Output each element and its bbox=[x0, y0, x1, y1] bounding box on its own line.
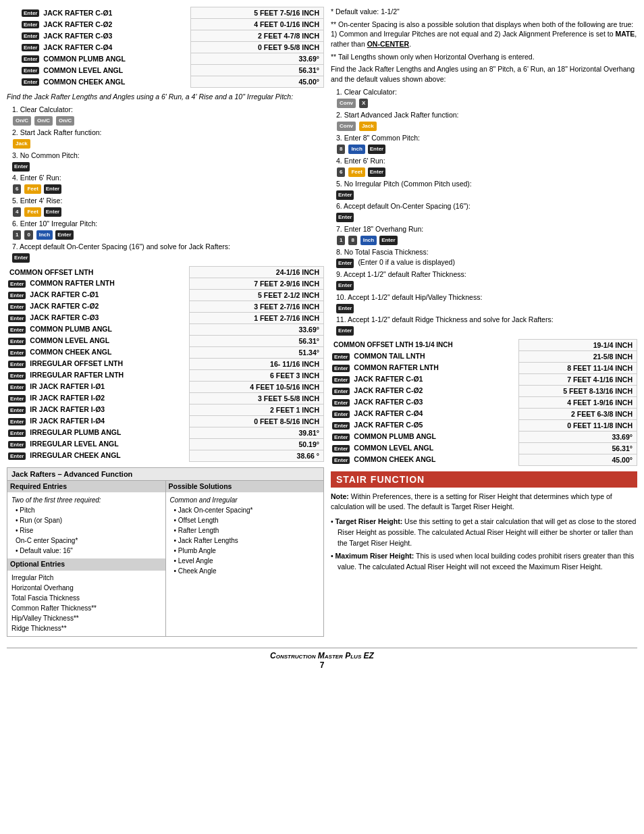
step-item: 11. Accept 1-1/2" default Ridge Thicknes… bbox=[336, 315, 637, 336]
row-label: COMMON OFFSET LNTH 19-1/4 INCH bbox=[331, 339, 519, 350]
enter-key[interactable]: Enter bbox=[55, 230, 73, 240]
enter-icon[interactable]: Enter bbox=[8, 395, 26, 402]
enter-icon[interactable]: Enter bbox=[8, 280, 26, 288]
row-value: 8 FEET 11-1/4 INCH bbox=[519, 362, 637, 373]
jack-key[interactable]: Jack bbox=[13, 139, 30, 149]
enter-icon[interactable]: Enter bbox=[8, 429, 26, 437]
enter-icon[interactable]: Enter bbox=[332, 388, 350, 395]
row-label: Enter IR JACK RAFTER I-Ø2 bbox=[7, 392, 189, 404]
list-item: • Level Angle bbox=[174, 556, 320, 566]
num-key[interactable]: 6 bbox=[13, 184, 21, 194]
row-label: Enter JACK RAFTER C-Ø3 bbox=[7, 312, 189, 323]
enter-key[interactable]: Enter bbox=[12, 253, 30, 263]
enter-icon[interactable]: Enter bbox=[22, 78, 39, 86]
enter-icon[interactable]: Enter bbox=[332, 376, 350, 384]
table-row: Enter IR JACK RAFTER I-Ø3 2 FEET 1 INCH bbox=[7, 404, 324, 415]
enter-icon[interactable]: Enter bbox=[22, 9, 39, 17]
enter-icon[interactable]: Enter bbox=[8, 349, 26, 357]
enter-key[interactable]: Enter bbox=[336, 213, 354, 222]
enter-icon[interactable]: Enter bbox=[8, 315, 26, 322]
enter-icon[interactable]: Enter bbox=[332, 365, 350, 372]
num-key[interactable]: 8 bbox=[348, 236, 356, 245]
conv-key[interactable]: Conv bbox=[337, 99, 356, 108]
num-key[interactable]: 8 bbox=[337, 145, 345, 154]
enter-icon[interactable]: Enter bbox=[8, 338, 26, 345]
target-label: Target Riser Height: bbox=[336, 517, 403, 525]
enter-key[interactable]: Enter bbox=[44, 184, 61, 194]
inch-key[interactable]: Inch bbox=[360, 236, 377, 245]
conv-key[interactable]: Conv bbox=[337, 122, 356, 131]
inch-key[interactable]: Inch bbox=[36, 230, 53, 240]
table-row: Enter IRREGULAR PLUMB ANGL 39.81° bbox=[7, 427, 324, 438]
enter-icon[interactable]: Enter bbox=[22, 21, 39, 28]
x-key[interactable]: X bbox=[359, 99, 368, 108]
row-label: Enter COMMON CHEEK ANGL bbox=[7, 76, 190, 88]
enter-icon[interactable]: Enter bbox=[8, 361, 26, 368]
enter-icon[interactable]: Enter bbox=[8, 303, 26, 311]
enter-icon[interactable]: Enter bbox=[8, 384, 26, 391]
right-results-section: COMMON OFFSET LNTH 19-1/4 INCH 19-1/4 IN… bbox=[331, 339, 637, 466]
row-label: Enter COMMON LEVEL ANGL bbox=[7, 335, 189, 346]
table-row: Enter JACK RAFTER C-Ø3 4 FEET 1-9/16 INC… bbox=[331, 396, 637, 408]
table-row: Enter COMMON PLUMB ANGL 33.69° bbox=[7, 323, 324, 335]
right-column: * Default value: 1-1/2" ** On-center Spa… bbox=[331, 7, 637, 637]
possible-solutions-col: Possible Solutions Common and Irregular … bbox=[165, 481, 324, 637]
num-key[interactable]: 4 bbox=[13, 207, 21, 217]
onc-key[interactable]: On/C bbox=[56, 116, 74, 126]
row-label: Enter COMMON CHEEK ANGL bbox=[331, 454, 519, 465]
enter-icon[interactable]: Enter bbox=[22, 44, 39, 51]
row-value: 50.19° bbox=[189, 438, 323, 450]
row-value: 4 FEET 0-1/16 INCH bbox=[190, 19, 323, 30]
enter-key[interactable]: Enter bbox=[368, 145, 385, 154]
table-row: Enter COMMON CHEEK ANGL 45.00° bbox=[7, 76, 324, 88]
onc-key[interactable]: On/C bbox=[34, 116, 53, 126]
enter-key[interactable]: Enter bbox=[336, 326, 354, 336]
enter-icon[interactable]: Enter bbox=[332, 434, 350, 441]
enter-icon[interactable]: Enter bbox=[332, 399, 350, 407]
maximum-label: Maximum Riser Height: bbox=[336, 552, 414, 560]
table-row: Enter IRREGULAR OFFSET LNTH 16- 11/16 IN… bbox=[7, 358, 324, 369]
num-key[interactable]: 1 bbox=[337, 236, 345, 245]
row-value: 0 FEET 11-1/8 INCH bbox=[519, 419, 637, 431]
enter-icon[interactable]: Enter bbox=[22, 55, 39, 63]
enter-key[interactable]: Enter bbox=[336, 304, 354, 313]
enter-icon[interactable]: Enter bbox=[332, 353, 350, 361]
enter-icon[interactable]: Enter bbox=[8, 452, 26, 460]
enter-icon[interactable]: Enter bbox=[8, 326, 26, 334]
num-key[interactable]: 0 bbox=[24, 230, 32, 240]
num-key[interactable]: 6 bbox=[337, 167, 345, 177]
table-row: Enter JACK RAFTER C-Ø3 2 FEET 4-7/8 INCH bbox=[7, 30, 324, 42]
row-value: 38.66 ° bbox=[189, 450, 323, 461]
enter-icon[interactable]: Enter bbox=[22, 67, 39, 74]
enter-icon[interactable]: Enter bbox=[8, 292, 26, 299]
enter-icon[interactable]: Enter bbox=[332, 445, 350, 452]
row-value: 5 FEET 2-1/2 INCH bbox=[189, 289, 323, 301]
num-key[interactable]: 1 bbox=[13, 230, 21, 240]
enter-icon[interactable]: Enter bbox=[332, 457, 350, 464]
jack-key[interactable]: Jack bbox=[359, 122, 377, 131]
row-label: Enter IRREGULAR PLUMB ANGL bbox=[7, 427, 189, 438]
feet-key[interactable]: Feet bbox=[24, 184, 41, 194]
enter-icon[interactable]: Enter bbox=[8, 441, 26, 448]
enter-icon[interactable]: Enter bbox=[332, 422, 350, 429]
step-item: 1. Clear Calculator: On/C On/C On/C bbox=[12, 105, 324, 126]
enter-icon[interactable]: Enter bbox=[8, 407, 26, 414]
feet-key[interactable]: Feet bbox=[24, 207, 41, 217]
enter-key[interactable]: Enter bbox=[44, 207, 61, 217]
enter-key[interactable]: Enter bbox=[336, 190, 354, 200]
enter-key[interactable]: Enter bbox=[368, 167, 385, 177]
row-value: 2 FEET 6-3/8 INCH bbox=[519, 408, 637, 419]
enter-key[interactable]: Enter bbox=[379, 236, 397, 245]
enter-icon[interactable]: Enter bbox=[332, 411, 350, 418]
enter-icon[interactable]: Enter bbox=[8, 372, 26, 380]
inch-key[interactable]: Inch bbox=[348, 145, 365, 154]
enter-key[interactable]: Enter bbox=[336, 259, 354, 268]
enter-icon[interactable]: Enter bbox=[8, 418, 26, 425]
feet-key[interactable]: Feet bbox=[348, 167, 365, 177]
enter-key[interactable]: Enter bbox=[336, 281, 354, 290]
table-row: Enter COMMON RAFTER LNTH 8 FEET 11-1/4 I… bbox=[331, 362, 637, 373]
enter-icon[interactable]: Enter bbox=[22, 32, 39, 40]
step-item: 4. Enter 6' Run: 6 Feet Enter bbox=[336, 156, 637, 178]
onc-key[interactable]: On/C bbox=[13, 116, 31, 126]
enter-key[interactable]: Enter bbox=[12, 162, 30, 172]
